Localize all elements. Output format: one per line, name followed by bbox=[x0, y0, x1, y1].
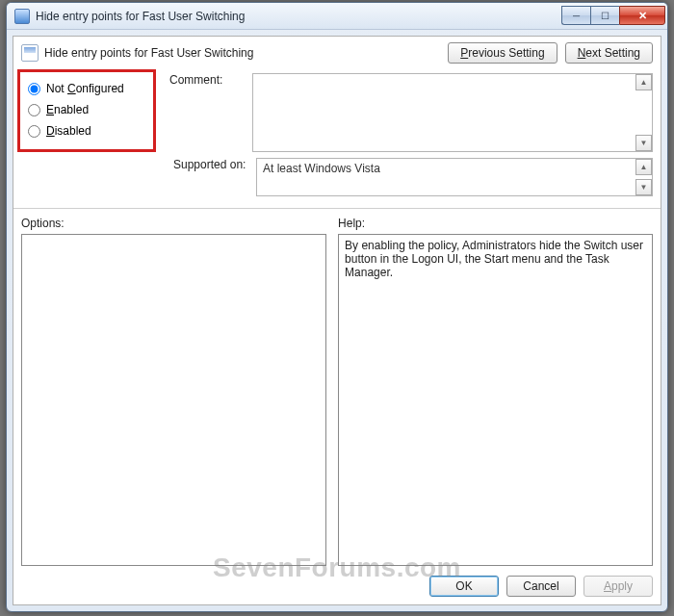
supported-value: At least Windows Vista bbox=[257, 159, 635, 195]
radio-not-configured-input[interactable] bbox=[28, 83, 40, 95]
close-button[interactable]: ✕ bbox=[619, 6, 665, 25]
lower-panels: Options: Help: By enabling the policy, A… bbox=[21, 217, 653, 566]
dialog-buttons: OK Cancel Apply bbox=[21, 576, 653, 597]
supported-scroll-down[interactable]: ▼ bbox=[635, 179, 652, 195]
titlebar[interactable]: Hide entry points for Fast User Switchin… bbox=[7, 3, 667, 30]
previous-setting-button[interactable]: Previous Setting bbox=[448, 42, 557, 64]
ok-button[interactable]: OK bbox=[429, 576, 499, 597]
help-text: By enabling the policy, Administrators h… bbox=[345, 239, 643, 279]
policy-title: Hide entry points for Fast User Switchin… bbox=[44, 46, 448, 60]
radio-enabled[interactable]: Enabled bbox=[26, 99, 147, 120]
radio-disabled[interactable]: Disabled bbox=[26, 120, 147, 141]
minimize-button[interactable]: ─ bbox=[561, 6, 590, 25]
help-label: Help: bbox=[338, 217, 653, 230]
policy-icon bbox=[21, 44, 39, 62]
comment-label: Comment: bbox=[169, 73, 252, 152]
state-radio-group: Not Configured Enabled Disabled bbox=[17, 69, 156, 152]
supported-label: Supported on: bbox=[173, 158, 256, 196]
supported-box: At least Windows Vista ▲ ▼ bbox=[256, 158, 653, 196]
header-row: Hide entry points for Fast User Switchin… bbox=[21, 42, 653, 64]
titlebar-icon bbox=[14, 9, 30, 24]
divider bbox=[13, 208, 661, 209]
apply-button: Apply bbox=[583, 576, 653, 597]
window-buttons: ─ ☐ ✕ bbox=[561, 7, 665, 25]
config-row: Not Configured Enabled Disabled Comment:… bbox=[21, 73, 653, 152]
comment-scroll-down[interactable]: ▼ bbox=[635, 135, 652, 151]
options-pane[interactable] bbox=[21, 234, 326, 566]
window-title: Hide entry points for Fast User Switchin… bbox=[36, 10, 561, 23]
dialog-window: Hide entry points for Fast User Switchin… bbox=[6, 2, 668, 612]
next-setting-button[interactable]: Next Setting bbox=[565, 42, 653, 64]
maximize-button[interactable]: ☐ bbox=[590, 6, 619, 25]
comment-box: ▲ ▼ bbox=[252, 73, 653, 152]
cancel-button[interactable]: Cancel bbox=[506, 576, 576, 597]
radio-enabled-input[interactable] bbox=[28, 104, 40, 116]
comment-textarea[interactable] bbox=[253, 74, 635, 151]
radio-not-configured[interactable]: Not Configured bbox=[26, 78, 147, 99]
help-pane[interactable]: By enabling the policy, Administrators h… bbox=[338, 234, 653, 566]
client-area: Hide entry points for Fast User Switchin… bbox=[13, 36, 661, 605]
options-label: Options: bbox=[21, 217, 326, 230]
comment-scroll-up[interactable]: ▲ bbox=[635, 74, 652, 90]
supported-scroll-up[interactable]: ▲ bbox=[635, 159, 652, 175]
radio-disabled-input[interactable] bbox=[28, 125, 40, 138]
